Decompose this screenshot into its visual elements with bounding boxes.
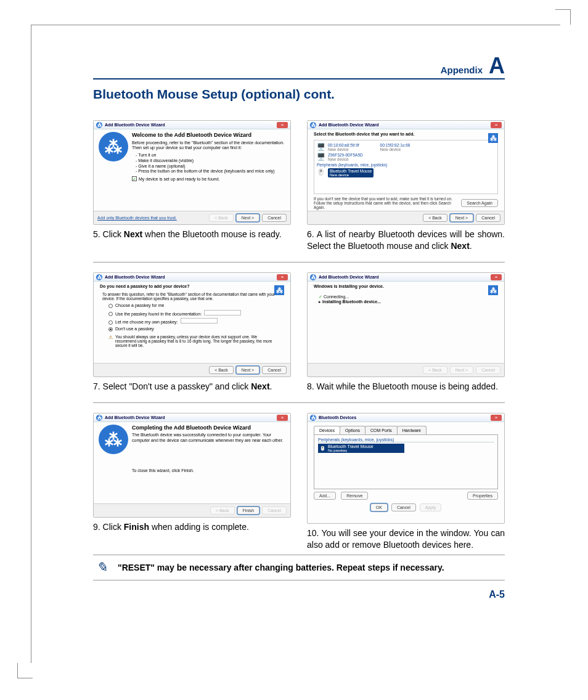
passkey-warning: You should always use a passkey, unless … bbox=[115, 335, 276, 348]
bullet: - Turn it on bbox=[136, 153, 285, 158]
tab-hardware[interactable]: Hardware bbox=[397, 426, 427, 434]
bluetooth-logo-icon: ⁂ bbox=[99, 425, 128, 454]
device-group: Peripherals (keyboards, mice, joysticks) bbox=[318, 437, 494, 442]
bluetooth-icon: ⁂ bbox=[96, 122, 102, 128]
cancel-button[interactable]: Cancel bbox=[262, 366, 287, 374]
close-button[interactable]: × bbox=[491, 415, 502, 421]
close-button[interactable]: × bbox=[277, 415, 288, 421]
dialog-title: Add Bluetooth Device Wizard bbox=[319, 275, 379, 279]
caption-8: 8. Wait while the Bluetooth mouse is bei… bbox=[307, 381, 505, 393]
bullet: - Give it a name (optional) bbox=[136, 164, 285, 169]
page-number: A-5 bbox=[93, 589, 505, 600]
note-row: ✎ "RESET" may be necessary after changin… bbox=[93, 555, 505, 580]
mouse-icon: 🖱️ bbox=[317, 168, 325, 176]
bullet: - Make it discoverable (visible) bbox=[136, 158, 285, 164]
wizard-text: The Bluetooth device was successfully co… bbox=[132, 433, 285, 444]
bluetooth-corner-icon: ⁂ bbox=[274, 285, 284, 295]
ok-button[interactable]: OK bbox=[370, 503, 388, 511]
step-7: ⁂ Add Bluetooth Device Wizard × Do you n… bbox=[93, 272, 291, 393]
close-button[interactable]: × bbox=[277, 274, 288, 280]
dialog-title: Add Bluetooth Device Wizard bbox=[105, 415, 165, 420]
step-6: ⁂ Add Bluetooth Device Wizard × Select t… bbox=[307, 120, 505, 252]
search-again-button[interactable]: Search Again bbox=[461, 199, 498, 207]
passkey-hint: To answer this question, refer to the "B… bbox=[94, 291, 290, 302]
wizard-heading: Welcome to the Add Bluetooth Device Wiza… bbox=[132, 132, 285, 139]
step-8: ⁂ Add Bluetooth Device Wizard × Windows … bbox=[307, 272, 505, 393]
close-button[interactable]: × bbox=[277, 122, 288, 128]
add-button[interactable]: Add... bbox=[314, 492, 336, 500]
cancel-button: Cancel bbox=[262, 507, 287, 515]
close-instruction: To close this wizard, click Finish. bbox=[132, 468, 285, 474]
ready-checkbox[interactable]: ✓ bbox=[132, 176, 137, 181]
device-list[interactable]: Peripherals (keyboards, mice, joysticks)… bbox=[314, 435, 498, 489]
cancel-button[interactable]: Cancel bbox=[391, 503, 416, 511]
bluetooth-corner-icon: ⁂ bbox=[488, 133, 498, 143]
step-9: ⁂ Add Bluetooth Device Wizard × ⁂ Comple… bbox=[93, 413, 291, 551]
mouse-icon: 🖱️ bbox=[320, 446, 325, 451]
next-button[interactable]: Next > bbox=[236, 366, 259, 374]
cancel-button: Cancel bbox=[476, 366, 500, 374]
passkey-input[interactable] bbox=[204, 310, 241, 315]
passkey-option-4[interactable]: Don't use a passkey bbox=[108, 327, 276, 332]
check-icon: ✓ bbox=[319, 295, 322, 299]
bluetooth-icon: ⁂ bbox=[310, 122, 316, 128]
tab-devices[interactable]: Devices bbox=[314, 426, 340, 434]
tab-options[interactable]: Options bbox=[340, 426, 365, 434]
next-button[interactable]: Next > bbox=[236, 214, 259, 222]
selected-device[interactable]: 🖱️ Bluetooth Travel MouseNo passkey bbox=[318, 444, 404, 453]
back-button[interactable]: < Back bbox=[209, 366, 234, 374]
dialog-title: Add Bluetooth Device Wizard bbox=[319, 123, 379, 127]
status-line: Connecting... bbox=[324, 295, 349, 299]
close-button[interactable]: × bbox=[491, 274, 502, 280]
bluetooth-corner-icon: ⁂ bbox=[488, 285, 498, 295]
divider bbox=[93, 402, 505, 403]
page-frame: Appendix A Bluetooth Mouse Setup (option… bbox=[31, 25, 560, 663]
appendix-label: Appendix bbox=[441, 65, 483, 75]
trust-link[interactable]: Add only Bluetooth devices that you trus… bbox=[97, 216, 177, 220]
note-text: "RESET" may be necessary after changing … bbox=[118, 563, 444, 572]
installing-prompt: Windows is installing your device. bbox=[308, 282, 504, 291]
next-button[interactable]: Next > bbox=[450, 214, 473, 222]
back-button[interactable]: < Back bbox=[423, 214, 447, 222]
back-button[interactable]: < Back bbox=[209, 214, 234, 222]
passkey-option-3[interactable]: Let me choose my own passkey: bbox=[108, 318, 276, 325]
warning-icon: ⚠ bbox=[108, 335, 113, 348]
cancel-button[interactable]: Cancel bbox=[476, 214, 500, 222]
screenshot-7: ⁂ Add Bluetooth Device Wizard × Do you n… bbox=[93, 272, 291, 377]
back-button: < Back bbox=[210, 507, 235, 515]
bullet: - Press the button on the bottom of the … bbox=[136, 169, 285, 174]
remove-button[interactable]: Remove bbox=[341, 492, 368, 500]
cancel-button[interactable]: Cancel bbox=[262, 214, 287, 222]
apply-button: Apply bbox=[420, 503, 442, 511]
caption-7: 7. Select "Don't use a passkey" and clic… bbox=[93, 381, 291, 393]
crop-mark-bl bbox=[17, 663, 33, 678]
steps-grid: ⁂ Add Bluetooth Device Wizard × ⁂ Welcom… bbox=[93, 120, 505, 550]
tab-comports[interactable]: COM Ports bbox=[365, 426, 398, 434]
screenshot-8: ⁂ Add Bluetooth Device Wizard × Windows … bbox=[307, 272, 505, 377]
dialog-title: Add Bluetooth Device Wizard bbox=[105, 275, 165, 279]
caption-6: 6. A list of nearby Bluetooth devices wi… bbox=[307, 229, 505, 252]
passkey-option-2[interactable]: Use the passkey found in the documentati… bbox=[108, 310, 276, 317]
properties-button[interactable]: Properties bbox=[467, 492, 498, 500]
hint-text: If you don't see the device that you wan… bbox=[314, 197, 457, 210]
divider bbox=[93, 262, 505, 262]
ready-label: My device is set up and ready to be foun… bbox=[139, 177, 220, 181]
bluetooth-logo-icon: ⁂ bbox=[99, 132, 128, 161]
screenshot-10: ⁂ Bluetooth Devices × Devices Options CO… bbox=[307, 413, 505, 524]
device-group: Peripherals (keyboards, mice, joysticks) bbox=[317, 163, 495, 167]
dialog-title: Bluetooth Devices bbox=[319, 415, 356, 420]
device-list[interactable]: 🖥️00:10:60:a8:59:9fNew device 00:15f2:82… bbox=[314, 140, 498, 194]
step-5: ⁂ Add Bluetooth Device Wizard × ⁂ Welcom… bbox=[93, 120, 291, 252]
tab-strip: Devices Options COM Ports Hardware bbox=[314, 426, 498, 435]
monitor-icon: 🖥️ bbox=[317, 143, 325, 151]
finish-button[interactable]: Finish bbox=[237, 507, 260, 515]
close-button[interactable]: × bbox=[491, 122, 502, 128]
crop-mark-tr bbox=[555, 9, 571, 25]
caption-9: 9. Click Finish when adding is complete. bbox=[93, 521, 291, 533]
next-button: Next > bbox=[450, 366, 473, 374]
page-title: Bluetooth Mouse Setup (optional) cont. bbox=[93, 87, 505, 102]
selected-device[interactable]: 🖱️Bluetooth Travel MouseNew device bbox=[317, 168, 495, 177]
passkey-option-1[interactable]: Choose a passkey for me bbox=[108, 303, 276, 308]
screenshot-5: ⁂ Add Bluetooth Device Wizard × ⁂ Welcom… bbox=[93, 120, 291, 225]
passkey-input[interactable] bbox=[181, 318, 218, 324]
